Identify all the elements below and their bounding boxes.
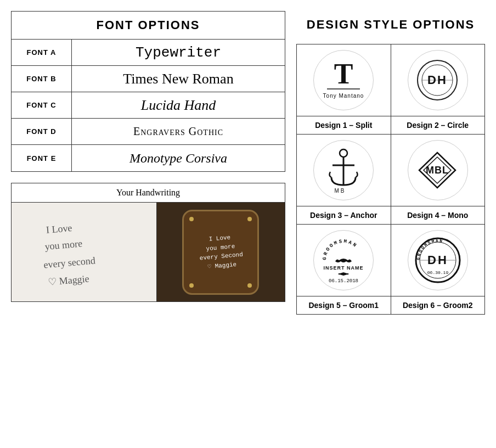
design4-image: MBL — [391, 135, 485, 206]
left-panel: FONT OPTIONS FONT A Typewriter FONT B Ti… — [11, 11, 285, 437]
design6-label: Design 6 – Groom2 — [391, 296, 485, 314]
watch-screw-bl — [189, 283, 194, 288]
font-options-section: FONT OPTIONS FONT A Typewriter FONT B Ti… — [11, 11, 285, 172]
svg-text:MB: MB — [334, 188, 346, 194]
font-row-a: FONT A Typewriter — [12, 40, 285, 66]
right-panel: DESIGN STYLE OPTIONS T T — [296, 11, 485, 437]
design4-label: Design 4 – Mono — [391, 206, 485, 224]
watch-face: I Loveyou moreevery Second♡ Maggie — [182, 210, 259, 295]
watch-screw-br — [247, 283, 252, 288]
design1-label: Design 1 – Split — [297, 116, 391, 134]
font-row-e: FONT E Monotype Corsiva — [12, 145, 285, 171]
font-row-b: FONT B Times New Roman — [12, 66, 285, 92]
design2-svg: DH — [414, 57, 461, 104]
font-value-d: Engravers Gothic — [72, 121, 285, 142]
design4-svg: MBL — [414, 147, 461, 194]
watch-engraving: I Loveyou moreevery Second♡ Maggie — [194, 229, 247, 275]
font-value-c: Lucida Hand — [72, 93, 285, 118]
design1-svg: T Tony Mantano — [322, 57, 365, 104]
svg-marker-21 — [338, 273, 340, 275]
handwriting-title: Your Handwriting — [12, 183, 285, 203]
svg-text:you more: you more — [44, 238, 83, 252]
design2-circle: DH — [408, 50, 468, 110]
design-cell-6[interactable]: GROOMSMAN DH 06.30.19 Design 6 – G — [391, 225, 485, 314]
design-options-title: DESIGN STYLE OPTIONS — [296, 11, 485, 38]
font-row-d: FONT D Engravers Gothic — [12, 119, 285, 145]
design3-image: MB — [297, 135, 391, 206]
design-row-2: MB Design 3 – Anchor — [297, 135, 484, 225]
svg-text:06.30.19: 06.30.19 — [427, 270, 449, 275]
design3-label: Design 3 – Anchor — [297, 206, 391, 224]
design6-image: GROOMSMAN DH 06.30.19 — [391, 225, 485, 296]
svg-text:every second: every second — [43, 255, 96, 270]
design2-image: DH — [391, 44, 485, 116]
design6-circle: GROOMSMAN DH 06.30.19 — [408, 230, 468, 290]
design5-image: GROOMSMAN INSERT NAME — [297, 225, 391, 296]
handwriting-watch: I Loveyou moreevery Second♡ Maggie — [157, 203, 285, 301]
design2-label: Design 2 – Circle — [391, 116, 485, 134]
svg-text:♡ Maggie: ♡ Maggie — [47, 273, 89, 288]
handwriting-images: I Love you more every second ♡ Maggie — [12, 203, 285, 301]
design4-circle: MBL — [408, 140, 468, 200]
svg-point-11 — [340, 149, 347, 157]
handwriting-paper: I Love you more every second ♡ Maggie — [12, 203, 157, 301]
handwriting-svg: I Love you more every second ♡ Maggie — [20, 211, 148, 293]
design-cell-3[interactable]: MB Design 3 – Anchor — [297, 135, 391, 225]
design-cell-1[interactable]: T Tony Mantano Design 1 – Split — [297, 44, 391, 135]
design5-svg: GROOMSMAN INSERT NAME — [316, 233, 371, 288]
svg-text:DH: DH — [427, 253, 448, 267]
font-label-d: FONT D — [12, 119, 72, 144]
font-value-a: Typewriter — [72, 40, 285, 65]
design3-circle: MB — [313, 140, 374, 200]
font-label-e: FONT E — [12, 145, 72, 171]
svg-text:T: T — [334, 58, 353, 89]
design1-image: T Tony Mantano — [297, 44, 391, 116]
font-label-a: FONT A — [12, 40, 72, 65]
svg-marker-22 — [347, 273, 349, 275]
handwriting-section: Your Handwriting I Love you more every s… — [11, 183, 285, 302]
font-value-b: Times New Roman — [72, 66, 285, 92]
design1-circle: T Tony Mantano — [313, 50, 374, 110]
design-row-3: GROOMSMAN INSERT NAME — [297, 225, 484, 314]
svg-text:GROOMSMAN: GROOMSMAN — [322, 239, 359, 261]
svg-text:I Love: I Love — [46, 222, 72, 236]
watch-screw-tl — [189, 217, 194, 221]
design6-svg: GROOMSMAN DH 06.30.19 — [413, 236, 463, 285]
design-cell-5[interactable]: GROOMSMAN INSERT NAME — [297, 225, 391, 314]
design-row-1: T Tony Mantano Design 1 – Split — [297, 44, 484, 135]
font-label-b: FONT B — [12, 66, 72, 92]
font-row-c: FONT C Lucida Hand — [12, 92, 285, 119]
design3-svg: MB — [320, 145, 367, 195]
svg-text:DH: DH — [427, 73, 447, 87]
font-options-title: FONT OPTIONS — [12, 12, 285, 40]
svg-text:INSERT NAME: INSERT NAME — [324, 265, 364, 271]
svg-text:Tony Mantano: Tony Mantano — [323, 93, 364, 99]
design-cell-2[interactable]: DH Design 2 – Circle — [391, 44, 485, 135]
watch-screw-tr — [247, 217, 252, 221]
design-cell-4[interactable]: MBL Design 4 – Mono — [391, 135, 485, 225]
svg-text:MBL: MBL — [426, 165, 449, 176]
svg-text:06.15.2018: 06.15.2018 — [329, 278, 358, 284]
design5-circle: GROOMSMAN INSERT NAME — [313, 230, 374, 290]
font-value-e: Monotype Corsiva — [72, 147, 285, 170]
font-label-c: FONT C — [12, 92, 72, 118]
design-grid: T Tony Mantano Design 1 – Split — [296, 44, 485, 315]
design5-label: Design 5 – Groom1 — [297, 296, 391, 314]
